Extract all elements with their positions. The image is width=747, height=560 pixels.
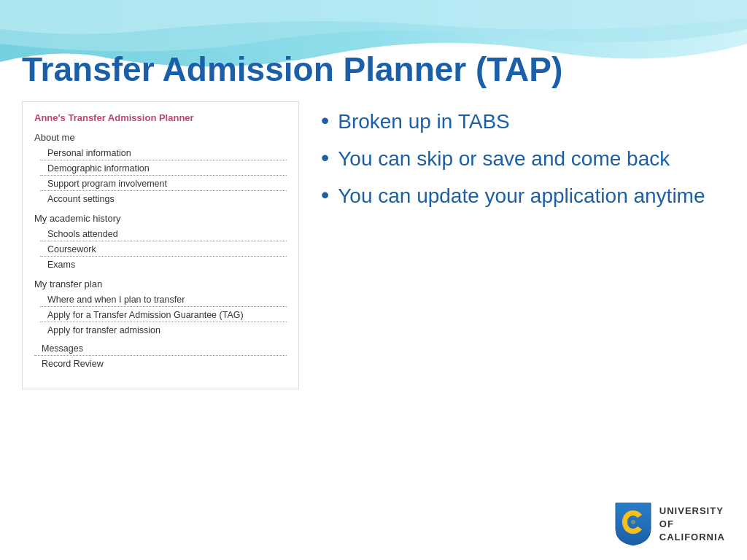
bullet-text-update: You can update your application anytime <box>338 183 705 209</box>
about-me-items: Personal information Demographic informa… <box>34 146 287 206</box>
nav-section-transfer-plan: My transfer plan Where and when I plan t… <box>34 279 287 337</box>
transfer-plan-items: Where and when I plan to transfer Apply … <box>34 292 287 337</box>
nav-item-exams[interactable]: Exams <box>40 257 287 271</box>
nav-item-tag[interactable]: Apply for a Transfer Admission Guarantee… <box>40 308 287 322</box>
uc-university-label: UNIVERSITY <box>659 505 725 518</box>
nav-item-support-program[interactable]: Support program involvement <box>40 176 287 191</box>
nav-section-other: Messages Record Review <box>34 341 287 371</box>
slide-title: Transfer Admission Planner (TAP) <box>22 51 725 88</box>
nav-item-messages[interactable]: Messages <box>34 341 287 356</box>
uc-california-label: CALIFORNIA <box>659 531 725 544</box>
uc-shield-icon <box>614 502 652 547</box>
bullet-item-update: You can update your application anytime <box>321 183 725 209</box>
nav-item-schools-attended[interactable]: Schools attended <box>40 227 287 241</box>
nav-item-record-review[interactable]: Record Review <box>34 357 287 371</box>
nav-item-apply-transfer[interactable]: Apply for transfer admission <box>40 323 287 337</box>
about-me-label: About me <box>34 132 287 143</box>
transfer-plan-label: My transfer plan <box>34 279 287 289</box>
uc-logo-text: UNIVERSITY OF CALIFORNIA <box>659 505 725 545</box>
nav-item-where-when[interactable]: Where and when I plan to transfer <box>40 292 287 307</box>
nav-section-academic-history: My academic history Schools attended Cou… <box>34 213 287 271</box>
academic-history-label: My academic history <box>34 213 287 224</box>
bullet-item-tabs: Broken up in TABS <box>321 109 725 134</box>
bullet-text-skip-save: You can skip or save and come back <box>338 146 670 171</box>
two-column-layout: Anne's Transfer Admission Planner About … <box>22 101 725 389</box>
svg-point-0 <box>631 520 635 524</box>
nav-item-demographic-information[interactable]: Demographic information <box>40 161 287 176</box>
tap-panel-title: Anne's Transfer Admission Planner <box>34 112 287 123</box>
nav-item-account-settings[interactable]: Account settings <box>40 192 287 206</box>
nav-section-about-me: About me Personal information Demographi… <box>34 132 287 206</box>
nav-item-personal-information[interactable]: Personal information <box>40 146 287 160</box>
tap-navigation-panel: Anne's Transfer Admission Planner About … <box>22 101 299 389</box>
bullet-text-tabs: Broken up in TABS <box>338 109 510 134</box>
slide-content: Transfer Admission Planner (TAP) Anne's … <box>0 0 747 560</box>
uc-logo: UNIVERSITY OF CALIFORNIA <box>614 502 725 547</box>
academic-history-items: Schools attended Coursework Exams <box>34 227 287 271</box>
bullet-points-section: Broken up in TABS You can skip or save a… <box>321 101 725 220</box>
uc-of-label: OF <box>659 518 725 531</box>
feature-bullet-list: Broken up in TABS You can skip or save a… <box>321 109 725 209</box>
bullet-item-skip-save: You can skip or save and come back <box>321 146 725 171</box>
nav-item-coursework[interactable]: Coursework <box>40 242 287 257</box>
